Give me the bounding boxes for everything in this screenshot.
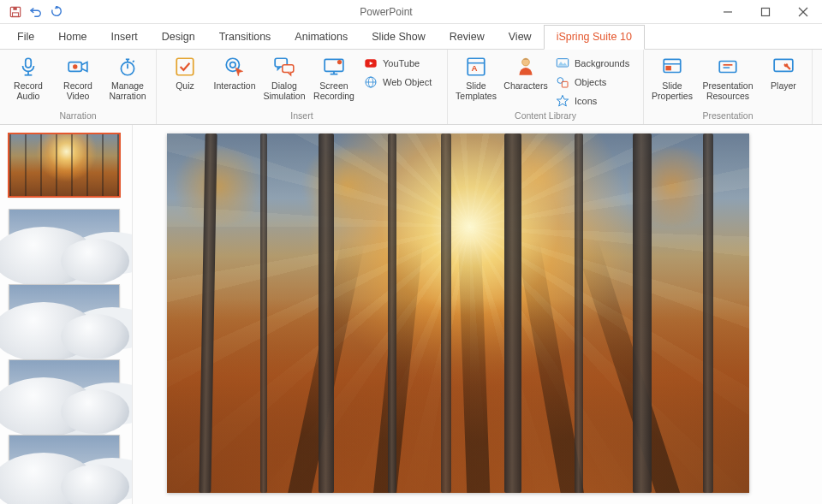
interaction-button[interactable]: Interaction — [211, 53, 258, 92]
tab-file[interactable]: File — [5, 26, 46, 49]
preview-button[interactable]: Preview — [818, 53, 822, 92]
save-icon[interactable] — [9, 5, 22, 19]
person-icon — [514, 55, 538, 79]
svg-rect-22 — [283, 65, 294, 73]
target-click-icon — [223, 55, 247, 79]
icons-label: Icons — [575, 96, 597, 106]
chat-bubbles-icon — [272, 55, 296, 79]
slide-thumbnail-2[interactable] — [9, 209, 120, 272]
svg-rect-18 — [176, 58, 194, 75]
slide-canvas[interactable] — [167, 133, 749, 493]
undo-icon[interactable] — [29, 5, 43, 19]
svg-rect-47 — [774, 59, 793, 71]
group-presentation-label: Presentation — [649, 110, 807, 122]
tab-review[interactable]: Review — [438, 26, 497, 49]
slide-thumbnail-5[interactable] — [9, 435, 120, 498]
svg-marker-37 — [558, 62, 568, 66]
icons-button[interactable]: Icons — [552, 92, 638, 110]
slide-canvas-area — [133, 125, 822, 504]
record-audio-button[interactable]: RecordAudio — [5, 53, 51, 103]
wrench-screen-icon — [771, 55, 795, 79]
youtube-button[interactable]: YouTube — [360, 55, 442, 72]
backgrounds-icon — [556, 56, 569, 70]
youtube-label: YouTube — [383, 58, 420, 68]
camera-record-icon — [66, 55, 90, 79]
window-controls — [709, 0, 822, 24]
close-button[interactable] — [784, 0, 822, 24]
svg-text:A: A — [472, 63, 478, 73]
tab-ispring[interactable]: iSpring Suite 10 — [544, 25, 645, 50]
svg-line-17 — [133, 61, 134, 62]
group-insert-label: Insert — [162, 110, 442, 122]
web-object-button[interactable]: Web Object — [360, 74, 442, 91]
objects-icon — [556, 75, 569, 89]
presentation-resources-label: PresentationResources — [703, 80, 754, 101]
template-icon: A — [464, 55, 488, 79]
quiz-label: Quiz — [176, 80, 194, 91]
group-narration: RecordAudio RecordVideo ManageNarration … — [0, 50, 157, 124]
dialog-simulation-button[interactable]: DialogSimulation — [261, 53, 307, 103]
tab-transitions[interactable]: Transitions — [207, 26, 283, 49]
redo-icon[interactable] — [50, 5, 63, 19]
microphone-icon — [16, 55, 40, 79]
dialog-simulation-label: DialogSimulation — [263, 80, 305, 101]
manage-narration-button[interactable]: ManageNarration — [104, 53, 151, 103]
tab-view[interactable]: View — [497, 26, 544, 49]
slide-templates-button[interactable]: A SlideTemplates — [453, 53, 499, 103]
ribbon: RecordAudio RecordVideo ManageNarration … — [0, 50, 822, 125]
objects-label: Objects — [575, 77, 606, 87]
group-narration-label: Narration — [5, 110, 151, 122]
tab-slideshow[interactable]: Slide Show — [360, 26, 438, 49]
backgrounds-button[interactable]: Backgrounds — [552, 55, 638, 72]
svg-rect-8 — [26, 58, 32, 68]
characters-label: Characters — [503, 80, 547, 91]
svg-point-20 — [230, 62, 236, 68]
group-content-library: A SlideTemplates Characters Backgrounds — [448, 50, 644, 124]
svg-rect-2 — [13, 12, 19, 15]
player-button[interactable]: Player — [760, 53, 807, 92]
slide-properties-button[interactable]: SlideProperties — [649, 53, 695, 103]
tab-home[interactable]: Home — [46, 26, 98, 49]
svg-rect-1 — [13, 7, 16, 10]
quiz-button[interactable]: Quiz — [162, 53, 208, 92]
screen-record-icon — [322, 55, 346, 79]
manage-narration-label: ManageNarration — [109, 80, 146, 101]
record-audio-label: RecordAudio — [14, 80, 43, 101]
slide-properties-label: SlideProperties — [652, 80, 693, 101]
screen-recording-button[interactable]: ScreenRecording — [311, 53, 357, 103]
record-video-label: RecordVideo — [63, 80, 92, 101]
slide-thumbnail-panel — [0, 125, 133, 504]
stopwatch-icon — [116, 55, 140, 79]
ribbon-tabs: File Home Insert Design Transitions Anim… — [0, 24, 822, 50]
group-publish: Preview Publish Publish — [813, 50, 822, 124]
slide-thumbnail-3[interactable] — [9, 284, 120, 347]
star-icon — [556, 94, 569, 108]
screen-recording-label: ScreenRecording — [313, 80, 354, 101]
svg-point-35 — [522, 58, 530, 66]
web-object-label: Web Object — [383, 77, 432, 87]
objects-button[interactable]: Objects — [552, 74, 638, 91]
globe-icon — [364, 75, 378, 89]
interaction-label: Interaction — [213, 80, 255, 91]
presentation-resources-button[interactable]: PresentationResources — [699, 53, 757, 103]
slide-thumbnail-1[interactable] — [9, 133, 120, 197]
player-label: Player — [771, 80, 796, 91]
svg-rect-5 — [762, 8, 770, 15]
title-bar: PowerPoint — [0, 0, 822, 24]
svg-rect-43 — [665, 66, 671, 70]
maximize-button[interactable] — [747, 0, 784, 24]
group-insert: Quiz Interaction DialogSimulation Screen… — [157, 50, 448, 124]
svg-point-26 — [337, 60, 342, 64]
svg-point-12 — [73, 64, 77, 68]
characters-button[interactable]: Characters — [503, 53, 549, 92]
youtube-icon — [364, 56, 378, 70]
resources-icon — [716, 55, 740, 79]
backgrounds-label: Backgrounds — [575, 58, 629, 68]
tab-design[interactable]: Design — [150, 26, 207, 49]
minimize-button[interactable] — [709, 0, 747, 24]
quick-access-toolbar — [0, 5, 63, 19]
tab-insert[interactable]: Insert — [99, 26, 150, 49]
record-video-button[interactable]: RecordVideo — [55, 53, 101, 103]
slide-thumbnail-4[interactable] — [9, 359, 120, 423]
tab-animations[interactable]: Animations — [283, 26, 360, 49]
